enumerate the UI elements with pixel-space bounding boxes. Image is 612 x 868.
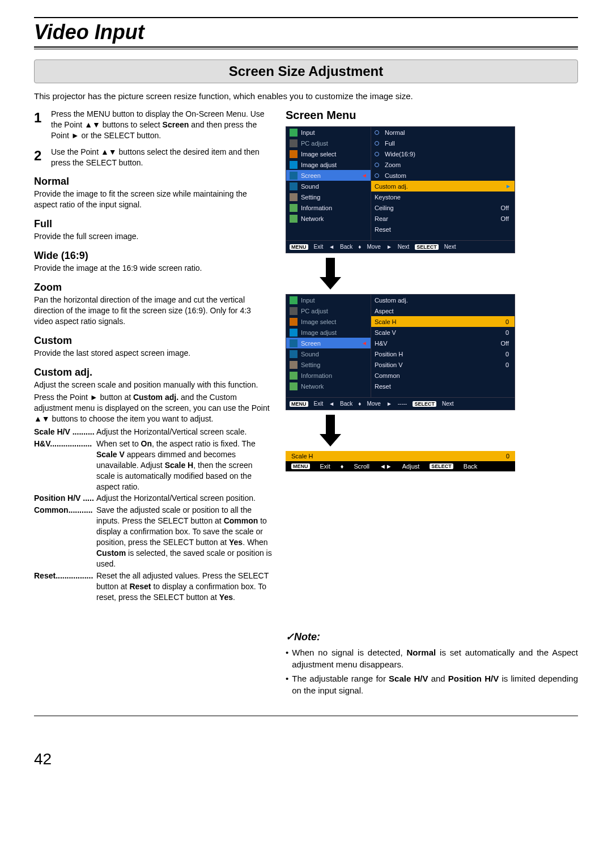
scale-h-bar-footer: MENUExit ♦Scroll ◄►Adjust SELECTBack (286, 461, 515, 471)
menu-item-network[interactable]: Network (286, 381, 371, 392)
menu-item-information[interactable]: Information (286, 370, 371, 381)
network-icon (290, 215, 298, 223)
move-icon: ♦ (358, 244, 361, 250)
step-number: 1 (34, 109, 45, 141)
menu-footer: MENUExit ◄Back ♦Move ►Next SELECTNext (286, 241, 515, 253)
param-label: Position H/V ..... (34, 493, 96, 504)
menu-item-screen[interactable]: Screen◄ (286, 170, 371, 181)
param-text: Save the adjusted scale or position to a… (96, 505, 272, 569)
triangle-left-icon: ◄ (362, 340, 367, 346)
select-tag: SELECT (415, 244, 439, 250)
menu-item-setting[interactable]: Setting (286, 192, 371, 202)
scale-h-bar-value[interactable]: Scale H0 (286, 451, 515, 461)
arrow-down-icon (320, 415, 341, 446)
custadj-scale-v[interactable]: Scale V0 (371, 327, 515, 338)
sound-icon (290, 350, 298, 358)
custadj-hv[interactable]: H&VOff (371, 338, 515, 348)
pc-icon (290, 307, 298, 315)
back-icon: ◄ (329, 244, 334, 250)
custadj-title: Custom adj. (371, 295, 515, 305)
param-text: Adjust the Horizontal/Vertical screen sc… (96, 427, 272, 437)
heading-custom: Custom (34, 335, 272, 347)
submenu-zoom[interactable]: Zoom (371, 159, 515, 170)
right-column: Screen Menu Input PC adjust Image select… (286, 109, 578, 699)
param-text: Adjust the Horizontal/Vertical screen po… (96, 493, 272, 504)
submenu-ceiling[interactable]: CeilingOff (371, 202, 515, 213)
heading-custom-adj: Custom adj. (34, 367, 272, 378)
pc-icon (290, 139, 298, 147)
step1-bold: Screen (163, 120, 189, 129)
menu-item-screen[interactable]: Screen◄ (286, 338, 371, 348)
submenu-keystone[interactable]: Keystone (371, 192, 515, 202)
param-label: Reset................. (34, 571, 96, 603)
menu-item-information[interactable]: Information (286, 202, 371, 213)
menu-tag: MENU (290, 244, 308, 250)
desc-wide: Provide the image at the 16:9 wide scree… (34, 263, 272, 274)
menu-tag: MENU (290, 401, 308, 407)
select-tag: SELECT (413, 401, 436, 407)
custadj-reset[interactable]: Reset (371, 381, 515, 392)
triangle-right-icon: ► (505, 183, 511, 189)
step-number: 2 (34, 147, 45, 168)
menu-item-image-select[interactable]: Image select (286, 316, 371, 327)
note-item-2: • The adjustable range for Scale H/V and… (286, 673, 578, 696)
custadj-scale-h[interactable]: Scale H0 (371, 316, 515, 327)
select-tag: SELECT (430, 463, 453, 469)
submenu-normal[interactable]: Normal (371, 127, 515, 138)
desc-normal: Provide the image to fit the screen size… (34, 189, 272, 210)
menu-item-pc-adjust[interactable]: PC adjust (286, 138, 371, 148)
heading-wide: Wide (16:9) (34, 250, 272, 262)
setting-icon (290, 193, 298, 201)
menu-item-sound[interactable]: Sound (286, 348, 371, 359)
input-icon (290, 129, 298, 137)
arrow-down-icon (320, 258, 341, 290)
screen-icon (290, 172, 298, 180)
desc-custom-adj-2: Press the Point ► button at Custom adj. … (34, 392, 272, 424)
page-number: 42 (34, 750, 578, 768)
scroll-icon: ♦ (341, 463, 344, 470)
custadj-position-h[interactable]: Position H0 (371, 348, 515, 359)
step2-text: Use the Point ▲▼ buttons select the desi… (51, 147, 272, 168)
menu-item-sound[interactable]: Sound (286, 181, 371, 192)
adjust-icon: ◄► (380, 463, 392, 470)
intro-text: This projector has the picture screen re… (34, 91, 578, 101)
next-icon: ► (386, 401, 392, 407)
param-text: When set to On, the aspect ratio is fixe… (96, 439, 272, 492)
sound-icon (290, 182, 298, 190)
image-select-icon (290, 318, 298, 326)
menu-item-setting[interactable]: Setting (286, 359, 371, 370)
param-text: Reset the all adjusted values. Press the… (96, 571, 272, 603)
triangle-left-icon: ◄ (362, 172, 367, 178)
desc-custom: Provide the last stored aspect screen im… (34, 348, 272, 359)
menu-item-input[interactable]: Input (286, 127, 371, 138)
note-heading: ✓Note: (286, 630, 578, 644)
next-icon: ► (386, 244, 392, 250)
move-icon: ♦ (358, 401, 361, 407)
step-1: 1 Press the MENU button to display the O… (34, 109, 272, 141)
custadj-position-v[interactable]: Position V0 (371, 359, 515, 370)
screen-menu-panel: Input PC adjust Image select Image adjus… (286, 126, 515, 241)
submenu-custom[interactable]: Custom (371, 170, 515, 181)
input-icon (290, 296, 298, 304)
custadj-aspect[interactable]: Aspect (371, 305, 515, 316)
menu-item-image-adjust[interactable]: Image adjust (286, 159, 371, 170)
network-icon (290, 382, 298, 390)
desc-full: Provide the full screen image. (34, 231, 272, 242)
menu-item-input[interactable]: Input (286, 295, 371, 305)
submenu-custom-adj[interactable]: Custom adj.► (371, 181, 515, 192)
scale-h-bar: Scale H0 MENUExit ♦Scroll ◄►Adjust SELEC… (286, 451, 515, 471)
heading-full: Full (34, 218, 272, 230)
menu-item-network[interactable]: Network (286, 213, 371, 224)
submenu-reset[interactable]: Reset (371, 224, 515, 235)
custadj-common[interactable]: Common (371, 370, 515, 381)
submenu-rear[interactable]: RearOff (371, 213, 515, 224)
menu-item-image-select[interactable]: Image select (286, 148, 371, 159)
submenu-wide[interactable]: Wide(16:9) (371, 148, 515, 159)
image-adjust-icon (290, 161, 298, 169)
menu-item-image-adjust[interactable]: Image adjust (286, 327, 371, 338)
heading-zoom: Zoom (34, 282, 272, 293)
menu-item-pc-adjust[interactable]: PC adjust (286, 305, 371, 316)
info-icon (290, 372, 298, 380)
submenu-full[interactable]: Full (371, 138, 515, 148)
setting-icon (290, 361, 298, 369)
